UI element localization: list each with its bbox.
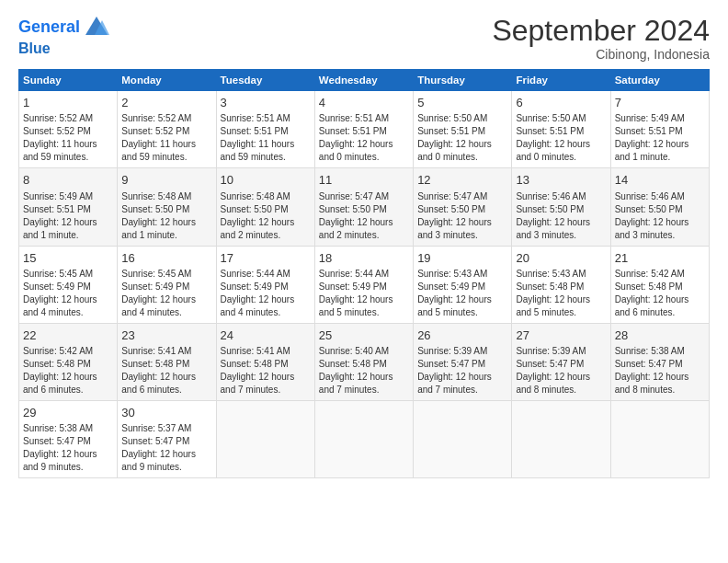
day-number: 30 [121,405,211,421]
day-cell: 20Sunrise: 5:43 AMSunset: 5:48 PMDayligh… [512,246,610,323]
day-info-line: Sunset: 5:47 PM [23,435,113,448]
logo-subtext: Blue [18,40,109,57]
day-number: 15 [23,250,113,267]
day-info-line: Sunrise: 5:37 AM [121,422,211,435]
day-cell [610,400,709,477]
day-info-line: and 0 minutes. [516,151,606,164]
day-info-line: and 7 minutes. [319,384,409,396]
day-info-line: Sunset: 5:48 PM [23,358,113,371]
day-info-line: Daylight: 12 hours [23,371,113,384]
day-number: 14 [615,172,705,189]
day-cell [512,400,610,477]
day-info-line: Sunrise: 5:42 AM [23,345,113,358]
day-info-line: Daylight: 12 hours [319,216,409,229]
title-block: September 2024 Cibinong, Indonesia [492,15,710,62]
day-info-line: Daylight: 11 hours [221,138,311,151]
day-info-line: and 8 minutes. [615,384,705,396]
day-info-line: Daylight: 12 hours [121,448,211,461]
day-info-line: Sunrise: 5:42 AM [615,268,705,281]
day-info-line: and 6 minutes. [121,384,211,396]
day-info-line: Sunset: 5:50 PM [516,203,606,216]
day-cell: 5Sunrise: 5:50 AMSunset: 5:51 PMDaylight… [414,91,512,168]
day-number: 19 [417,250,507,267]
day-number: 20 [516,250,606,267]
day-info-line: Sunset: 5:50 PM [417,203,507,216]
day-info-line: Sunset: 5:51 PM [221,125,311,138]
header-row: SundayMondayTuesdayWednesdayThursdayFrid… [19,70,710,91]
week-row-2: 8Sunrise: 5:49 AMSunset: 5:51 PMDaylight… [19,168,710,246]
day-info-line: and 7 minutes. [417,384,507,396]
day-info-line: and 4 minutes. [23,306,113,319]
day-number: 24 [221,327,311,344]
day-cell: 18Sunrise: 5:44 AMSunset: 5:49 PMDayligh… [314,246,413,323]
day-number: 25 [319,327,409,344]
day-info-line: Sunset: 5:52 PM [121,125,211,138]
week-row-4: 22Sunrise: 5:42 AMSunset: 5:48 PMDayligh… [19,323,710,400]
col-header-monday: Monday [118,70,216,91]
day-number: 28 [615,327,705,344]
day-info-line: Sunrise: 5:51 AM [221,112,311,125]
header: General Blue September 2024 Cibinong, In… [18,15,710,62]
day-info-line: and 5 minutes. [319,306,409,319]
day-cell: 10Sunrise: 5:48 AMSunset: 5:50 PMDayligh… [216,168,314,246]
day-cell: 24Sunrise: 5:41 AMSunset: 5:48 PMDayligh… [216,323,314,400]
day-cell: 23Sunrise: 5:41 AMSunset: 5:48 PMDayligh… [118,323,216,400]
day-info-line: and 0 minutes. [319,151,409,164]
day-info-line: and 8 minutes. [516,384,606,396]
day-info-line: Sunset: 5:48 PM [319,358,409,371]
day-info-line: Sunrise: 5:41 AM [221,345,311,358]
day-info-line: and 1 minute. [23,229,113,242]
day-info-line: Sunset: 5:52 PM [23,125,113,138]
day-number: 26 [417,327,507,344]
day-cell [414,400,512,477]
day-info-line: Daylight: 12 hours [23,216,113,229]
day-info-line: Sunrise: 5:46 AM [615,190,705,203]
day-number: 9 [121,172,211,189]
day-number: 1 [23,95,113,111]
day-info-line: Daylight: 12 hours [319,138,409,151]
day-cell: 25Sunrise: 5:40 AMSunset: 5:48 PMDayligh… [314,323,413,400]
day-info-line: and 1 minute. [121,229,211,242]
day-info-line: Daylight: 12 hours [615,216,705,229]
day-cell: 26Sunrise: 5:39 AMSunset: 5:47 PMDayligh… [414,323,512,400]
day-cell: 22Sunrise: 5:42 AMSunset: 5:48 PMDayligh… [19,323,118,400]
day-info-line: Sunrise: 5:38 AM [23,422,113,435]
day-info-line: Sunset: 5:51 PM [615,125,705,138]
day-cell: 13Sunrise: 5:46 AMSunset: 5:50 PMDayligh… [512,168,610,246]
day-info-line: Sunset: 5:47 PM [516,358,606,371]
day-info-line: and 9 minutes. [23,461,113,474]
day-number: 7 [615,95,705,111]
day-info-line: Sunrise: 5:52 AM [121,112,211,125]
page: General Blue September 2024 Cibinong, In… [0,0,728,563]
day-info-line: and 7 minutes. [221,384,311,396]
day-info-line: Sunset: 5:51 PM [417,125,507,138]
day-cell: 19Sunrise: 5:43 AMSunset: 5:49 PMDayligh… [414,246,512,323]
week-row-5: 29Sunrise: 5:38 AMSunset: 5:47 PMDayligh… [19,400,710,477]
day-info-line: Sunset: 5:51 PM [516,125,606,138]
day-info-line: Daylight: 12 hours [23,448,113,461]
day-cell: 12Sunrise: 5:47 AMSunset: 5:50 PMDayligh… [414,168,512,246]
day-info-line: and 2 minutes. [221,229,311,242]
day-cell: 6Sunrise: 5:50 AMSunset: 5:51 PMDaylight… [512,91,610,168]
day-info-line: Daylight: 12 hours [417,293,507,306]
day-number: 17 [221,250,311,267]
day-info-line: and 3 minutes. [615,229,705,242]
day-info-line: Sunrise: 5:40 AM [319,345,409,358]
day-number: 18 [319,250,409,267]
day-info-line: and 6 minutes. [23,384,113,396]
day-info-line: Sunset: 5:49 PM [319,281,409,293]
day-cell [314,400,413,477]
day-info-line: Sunset: 5:48 PM [615,281,705,293]
day-info-line: Sunrise: 5:44 AM [221,268,311,281]
day-info-line: and 59 minutes. [221,151,311,164]
day-info-line: Sunrise: 5:44 AM [319,268,409,281]
day-info-line: Sunset: 5:50 PM [319,203,409,216]
day-number: 4 [319,95,409,111]
day-cell: 27Sunrise: 5:39 AMSunset: 5:47 PMDayligh… [512,323,610,400]
day-info-line: Daylight: 12 hours [417,216,507,229]
day-cell: 21Sunrise: 5:42 AMSunset: 5:48 PMDayligh… [610,246,709,323]
day-number: 13 [516,172,606,189]
day-cell: 3Sunrise: 5:51 AMSunset: 5:51 PMDaylight… [216,91,314,168]
day-info-line: Daylight: 12 hours [221,371,311,384]
day-number: 2 [121,95,211,111]
